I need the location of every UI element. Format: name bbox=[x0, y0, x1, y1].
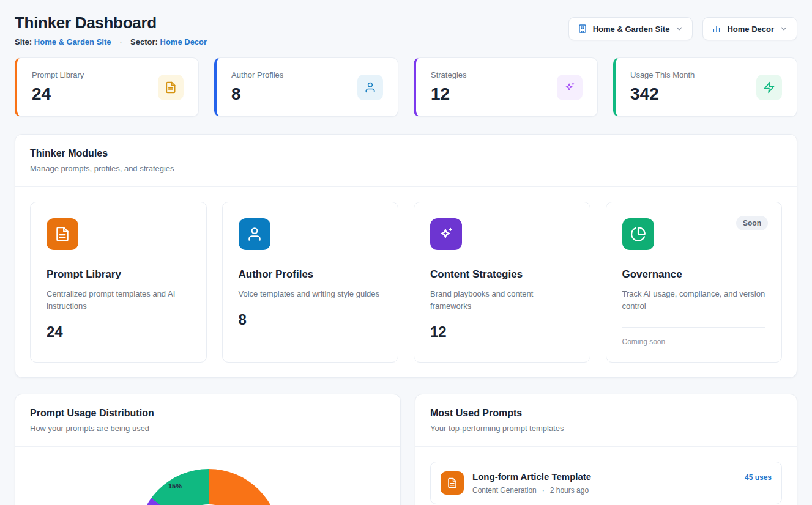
site-selector-button[interactable]: Home & Garden Site bbox=[568, 17, 693, 40]
usage-card-subtitle: How your prompts are being used bbox=[30, 424, 386, 433]
module-icon-box bbox=[430, 218, 462, 250]
module-icon-box bbox=[47, 218, 78, 250]
sector-label: Sector: bbox=[130, 37, 158, 46]
chevron-down-icon bbox=[675, 24, 683, 33]
usage-card-header: Prompt Usage Distribution How your promp… bbox=[15, 394, 400, 447]
prompt-item-time: 2 hours ago bbox=[550, 486, 589, 495]
stat-card-strategies: Strategies 12 bbox=[414, 57, 598, 117]
page-title: Thinker Dashboard bbox=[15, 13, 207, 32]
prompt-item-body: Long-form Article Template Content Gener… bbox=[472, 471, 591, 495]
modules-panel: Thinker Modules Manage prompts, profiles… bbox=[15, 134, 797, 378]
header-actions: Home & Garden Site Home Decor bbox=[568, 17, 797, 40]
file-text-icon bbox=[447, 477, 458, 488]
breadcrumb: Site: Home & Garden Site · Sector: Home … bbox=[15, 37, 207, 46]
meta-separator: · bbox=[542, 486, 545, 495]
module-description: Centralized prompt templates and AI inst… bbox=[47, 288, 190, 312]
topbar: Thinker Dashboard Site: Home & Garden Si… bbox=[15, 13, 797, 46]
donut-segment-label: 15% bbox=[168, 482, 182, 490]
dashboard-page: Thinker Dashboard Site: Home & Garden Si… bbox=[0, 0, 812, 505]
breadcrumb-separator: · bbox=[119, 37, 122, 46]
pie-chart-icon bbox=[630, 226, 646, 242]
zap-icon bbox=[763, 81, 775, 94]
stat-icon-box bbox=[357, 75, 383, 100]
stat-label: Usage This Month bbox=[630, 70, 695, 79]
module-icon-box bbox=[239, 218, 270, 250]
stat-icon-box bbox=[557, 75, 583, 100]
prompt-list: Long-form Article Template Content Gener… bbox=[415, 447, 797, 505]
divider bbox=[622, 327, 766, 328]
stat-value: 24 bbox=[32, 84, 84, 104]
soon-badge: Soon bbox=[736, 216, 768, 230]
module-title: Content Strategies bbox=[430, 268, 574, 281]
modules-subtitle: Manage prompts, profiles, and strategies bbox=[30, 164, 782, 173]
module-card-author-profiles[interactable]: Author Profiles Voice templates and writ… bbox=[222, 202, 399, 363]
module-count: 24 bbox=[47, 323, 190, 341]
site-selector-label: Home & Garden Site bbox=[593, 24, 670, 34]
user-icon bbox=[364, 81, 376, 94]
bottom-row: Prompt Usage Distribution How your promp… bbox=[15, 394, 797, 505]
module-description: Track AI usage, compliance, and version … bbox=[622, 288, 766, 312]
site-label: Site: bbox=[15, 37, 32, 46]
stat-label: Author Profiles bbox=[231, 70, 283, 79]
stats-row: Prompt Library 24 Author Profiles 8 bbox=[15, 57, 797, 117]
stat-card-usage: Usage This Month 342 bbox=[613, 57, 797, 117]
header-left: Thinker Dashboard Site: Home & Garden Si… bbox=[15, 13, 207, 46]
usage-distribution-card: Prompt Usage Distribution How your promp… bbox=[15, 394, 401, 505]
modules-panel-header: Thinker Modules Manage prompts, profiles… bbox=[15, 135, 797, 187]
coming-soon-label: Coming soon bbox=[622, 337, 766, 346]
sector-selector-label: Home Decor bbox=[727, 24, 774, 34]
sparkles-icon bbox=[564, 81, 576, 94]
sparkles-icon bbox=[438, 226, 454, 242]
module-description: Voice templates and writing style guides bbox=[239, 288, 382, 300]
file-text-icon bbox=[165, 81, 177, 94]
chart-area: 15% bbox=[15, 447, 400, 505]
file-text-icon bbox=[54, 226, 70, 242]
modules-grid: Prompt Library Centralized prompt templa… bbox=[15, 187, 797, 377]
sector-link[interactable]: Home Decor bbox=[160, 37, 207, 46]
stat-value: 342 bbox=[630, 84, 695, 104]
stat-card-prompt-library: Prompt Library 24 bbox=[15, 57, 199, 117]
donut-chart: 15% bbox=[138, 469, 280, 505]
prompt-list-item[interactable]: Long-form Article Template Content Gener… bbox=[430, 462, 782, 504]
most-used-header: Most Used Prompts Your top-performing pr… bbox=[415, 394, 797, 447]
prompt-item-icon-box bbox=[441, 471, 464, 495]
site-link[interactable]: Home & Garden Site bbox=[34, 37, 111, 46]
stat-label: Prompt Library bbox=[32, 70, 84, 79]
prompt-item-title: Long-form Article Template bbox=[472, 471, 591, 482]
modules-title: Thinker Modules bbox=[30, 148, 782, 159]
usage-card-title: Prompt Usage Distribution bbox=[30, 408, 386, 419]
prompt-item-category: Content Generation bbox=[472, 486, 537, 495]
most-used-card: Most Used Prompts Your top-performing pr… bbox=[415, 394, 797, 505]
stat-value: 8 bbox=[231, 84, 283, 104]
user-icon bbox=[247, 226, 263, 242]
module-card-prompt-library[interactable]: Prompt Library Centralized prompt templa… bbox=[30, 202, 207, 363]
most-used-title: Most Used Prompts bbox=[430, 408, 782, 419]
module-card-content-strategies[interactable]: Content Strategies Brand playbooks and c… bbox=[414, 202, 590, 363]
stat-label: Strategies bbox=[431, 70, 467, 79]
stat-icon-box bbox=[756, 75, 782, 100]
module-title: Prompt Library bbox=[47, 268, 190, 281]
prompt-uses-badge: 45 uses bbox=[745, 473, 772, 482]
bar-chart-icon bbox=[712, 24, 721, 34]
module-title: Governance bbox=[622, 268, 766, 281]
building-icon bbox=[578, 24, 587, 34]
most-used-subtitle: Your top-performing prompt templates bbox=[430, 424, 782, 433]
module-count: 8 bbox=[239, 311, 382, 328]
module-icon-box bbox=[622, 218, 654, 250]
stat-icon-box bbox=[158, 75, 184, 100]
module-count: 12 bbox=[430, 323, 574, 341]
module-card-governance[interactable]: Soon Governance Track AI usage, complian… bbox=[606, 202, 783, 363]
sector-selector-button[interactable]: Home Decor bbox=[702, 17, 797, 40]
chevron-down-icon bbox=[780, 24, 788, 33]
module-title: Author Profiles bbox=[239, 268, 382, 281]
module-description: Brand playbooks and content frameworks bbox=[430, 288, 574, 312]
stat-value: 12 bbox=[431, 84, 467, 104]
prompt-item-meta: Content Generation · 2 hours ago bbox=[472, 486, 591, 495]
stat-card-author-profiles: Author Profiles 8 bbox=[214, 57, 398, 117]
